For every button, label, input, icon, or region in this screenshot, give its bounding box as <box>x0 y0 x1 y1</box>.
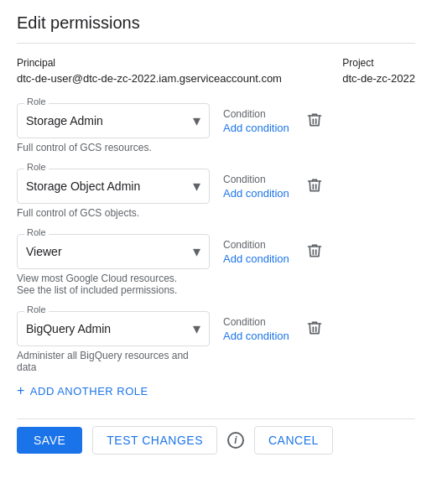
role-description-4: Administer all BigQuery resources and da… <box>17 350 210 373</box>
save-button[interactable]: SAVE <box>17 427 82 454</box>
roles-container: Role Storage Admin ▾ Full control of GCS… <box>17 98 415 373</box>
condition-section-1: Condition Add condition <box>223 98 289 134</box>
chevron-down-icon-3: ▾ <box>193 242 200 261</box>
condition-label-1: Condition <box>223 108 289 120</box>
chevron-down-icon-2: ▾ <box>193 177 200 195</box>
edit-permissions-panel: Edit permissions Principal dtc-de-user@d… <box>0 0 432 468</box>
role-description-2: Full control of GCS objects. <box>17 207 210 219</box>
principal-project-row: Principal dtc-de-user@dtc-de-zc-2022.iam… <box>17 57 415 85</box>
role-select-wrapper-4: Role BigQuery Admin ▾ <box>17 311 210 346</box>
condition-label-4: Condition <box>223 316 289 328</box>
condition-section-3: Condition Add condition <box>223 229 289 265</box>
add-condition-link-2[interactable]: Add condition <box>223 187 289 200</box>
role-legend-4: Role <box>24 305 49 314</box>
cancel-button[interactable]: CANCEL <box>254 426 333 455</box>
project-label: Project <box>342 57 415 69</box>
trash-icon-4 <box>306 320 323 336</box>
role-row-2: Role Storage Object Admin ▾ Full control… <box>17 164 415 219</box>
add-role-label: ADD ANOTHER ROLE <box>30 385 148 397</box>
role-select-wrapper-3: Role Viewer ▾ <box>17 234 210 269</box>
delete-role-button-1[interactable] <box>303 108 326 132</box>
trash-icon-1 <box>306 112 323 128</box>
add-condition-link-4[interactable]: Add condition <box>223 330 289 342</box>
condition-section-4: Condition Add condition <box>223 306 289 342</box>
principal-label: Principal <box>17 57 282 69</box>
delete-role-button-3[interactable] <box>303 239 326 262</box>
role-row-4: Role BigQuery Admin ▾ Administer all Big… <box>17 306 415 373</box>
add-another-role-button[interactable]: + ADD ANOTHER ROLE <box>17 383 148 398</box>
delete-role-button-2[interactable] <box>303 174 326 197</box>
role-legend-2: Role <box>24 163 49 172</box>
info-icon[interactable]: i <box>227 432 244 449</box>
role-row-1: Role Storage Admin ▾ Full control of GCS… <box>17 98 415 153</box>
project-section: Project dtc-de-zc-2022 <box>342 57 415 85</box>
role-description-1: Full control of GCS resources. <box>17 142 210 153</box>
role-value-4: BigQuery Admin <box>26 322 111 335</box>
project-value: dtc-de-zc-2022 <box>342 72 415 85</box>
role-value-2: Storage Object Admin <box>26 179 140 193</box>
condition-label-2: Condition <box>223 174 289 185</box>
add-condition-link-1[interactable]: Add condition <box>223 122 289 134</box>
trash-icon-2 <box>306 177 323 194</box>
divider <box>17 43 415 44</box>
role-value-1: Storage Admin <box>26 114 103 127</box>
trash-icon-3 <box>306 242 323 259</box>
condition-section-2: Condition Add condition <box>223 164 289 200</box>
role-legend-3: Role <box>24 228 49 237</box>
test-changes-button[interactable]: TEST CHANGES <box>92 426 217 455</box>
role-value-3: Viewer <box>26 245 62 258</box>
role-row-3: Role Viewer ▾ View most Google Cloud res… <box>17 229 415 296</box>
role-description-3: View most Google Cloud resources.See the… <box>17 273 210 296</box>
delete-role-button-4[interactable] <box>303 316 326 340</box>
role-select-wrapper-1: Role Storage Admin ▾ <box>17 103 210 138</box>
principal-value: dtc-de-user@dtc-de-zc-2022.iam.gservicea… <box>17 72 282 85</box>
role-select-wrapper-2: Role Storage Object Admin ▾ <box>17 169 210 204</box>
add-condition-link-3[interactable]: Add condition <box>223 252 289 265</box>
chevron-down-icon-4: ▾ <box>193 320 200 338</box>
principal-section: Principal dtc-de-user@dtc-de-zc-2022.iam… <box>17 57 282 85</box>
plus-icon: + <box>17 383 25 398</box>
page-title: Edit permissions <box>17 13 415 33</box>
chevron-down-icon-1: ▾ <box>193 112 200 130</box>
footer: SAVE TEST CHANGES i CANCEL <box>17 418 415 455</box>
role-legend-1: Role <box>24 97 49 107</box>
condition-label-3: Condition <box>223 239 289 251</box>
